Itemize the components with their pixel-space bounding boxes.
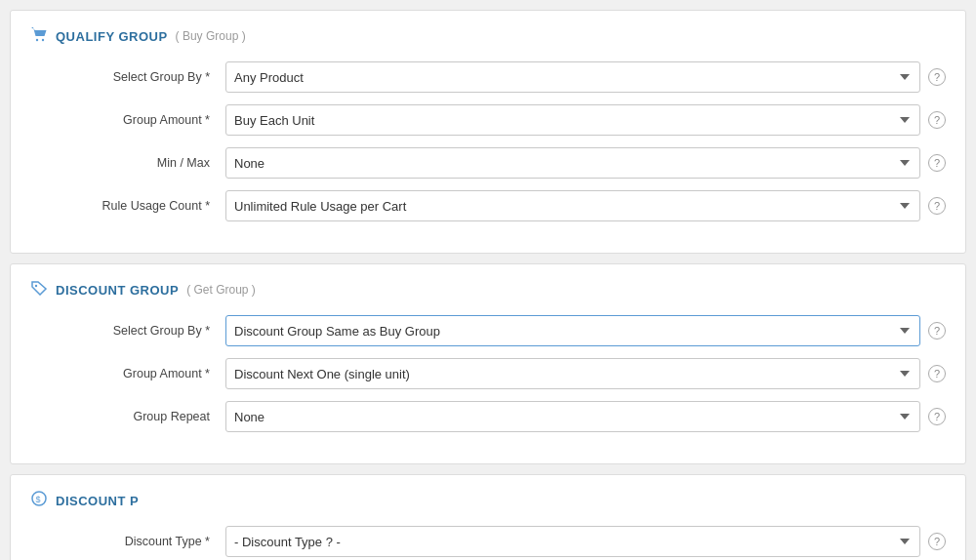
qualify-group-amount-row: Group Amount * Buy Each Unit Buy All Uni… [30,104,946,136]
qualify-minmax-help[interactable]: ? [928,154,946,172]
page-wrapper: QUALIFY GROUP ( Buy Group ) Select Group… [0,0,976,560]
price-icon: $ [30,491,48,510]
qualify-minmax-label: Min / Max [30,156,225,170]
discount-group-section: DISCOUNT GROUP ( Get Group ) Select Grou… [10,263,966,464]
qualify-select-group-input[interactable]: Any Product Specific Products Product Ca… [225,61,920,93]
discount-type-label: Discount Type * [30,535,225,548]
discount-type-control: - Discount Type ? - Percentage Fixed Amo… [225,526,946,557]
discount-group-amount-input[interactable]: Discount Next One (single unit) Discount… [225,358,920,389]
discount-price-title: DISCOUNT P [56,494,139,508]
qualify-minmax-input[interactable]: None Set Min/Max [225,147,920,179]
discount-group-amount-control: Discount Next One (single unit) Discount… [225,358,946,389]
qualify-rule-usage-label: Rule Usage Count * [30,199,225,213]
tag-icon [30,280,48,300]
discount-price-header: $ DISCOUNT P [30,491,946,510]
svg-text:$: $ [36,495,41,504]
discount-type-row: Discount Type * - Discount Type ? - Perc… [30,526,946,557]
qualify-group-subtitle: ( Buy Group ) [176,29,246,43]
qualify-select-group-row: Select Group By * Any Product Specific P… [30,61,946,93]
discount-select-group-input[interactable]: Discount Group Same as Buy Group Specifi… [225,315,920,346]
discount-select-group-row: Select Group By * Discount Group Same as… [30,315,946,346]
discount-group-subtitle: ( Get Group ) [186,283,256,297]
discount-group-header: DISCOUNT GROUP ( Get Group ) [30,280,946,300]
qualify-minmax-control: None Set Min/Max ? [225,147,946,179]
discount-group-amount-label: Group Amount * [30,367,225,380]
discount-group-repeat-label: Group Repeat [30,410,225,423]
discount-group-repeat-control: None Repeat Group ? [225,401,946,432]
discount-group-title: DISCOUNT GROUP [56,283,179,298]
discount-type-help[interactable]: ? [928,533,946,550]
qualify-group-amount-help[interactable]: ? [928,111,946,129]
qualify-rule-usage-control: Unlimited Rule Usage per Cart Limited Ru… [225,190,946,221]
qualify-group-title: QUALIFY GROUP [56,29,168,44]
qualify-select-group-control: Any Product Specific Products Product Ca… [225,61,946,93]
discount-group-repeat-help[interactable]: ? [928,408,946,425]
qualify-group-amount-label: Group Amount * [30,113,225,127]
qualify-rule-usage-help[interactable]: ? [928,197,946,215]
qualify-minmax-row: Min / Max None Set Min/Max ? [30,147,946,179]
qualify-rule-usage-input[interactable]: Unlimited Rule Usage per Cart Limited Ru… [225,190,920,221]
discount-group-repeat-input[interactable]: None Repeat Group [225,401,920,432]
discount-group-amount-help[interactable]: ? [928,365,946,382]
qualify-group-amount-control: Buy Each Unit Buy All Units ? [225,104,946,136]
discount-type-input[interactable]: - Discount Type ? - Percentage Fixed Amo… [225,526,920,557]
qualify-group-amount-input[interactable]: Buy Each Unit Buy All Units [225,104,920,136]
svg-point-1 [42,39,44,41]
discount-price-section: $ DISCOUNT P Discount Type * - Discount … [10,474,966,560]
discount-group-repeat-row: Group Repeat None Repeat Group ? [30,401,946,432]
discount-select-group-label: Select Group By * [30,324,225,338]
qualify-group-section: QUALIFY GROUP ( Buy Group ) Select Group… [10,10,966,254]
discount-select-group-control: Discount Group Same as Buy Group Specifi… [225,315,946,346]
qualify-group-header: QUALIFY GROUP ( Buy Group ) [30,26,946,46]
cart-icon [30,26,48,46]
discount-group-amount-row: Group Amount * Discount Next One (single… [30,358,946,389]
qualify-select-group-label: Select Group By * [30,70,225,84]
svg-point-2 [35,285,37,287]
svg-point-0 [36,39,38,41]
discount-select-group-help[interactable]: ? [928,322,946,340]
qualify-select-group-help[interactable]: ? [928,68,946,86]
qualify-rule-usage-row: Rule Usage Count * Unlimited Rule Usage … [30,190,946,221]
